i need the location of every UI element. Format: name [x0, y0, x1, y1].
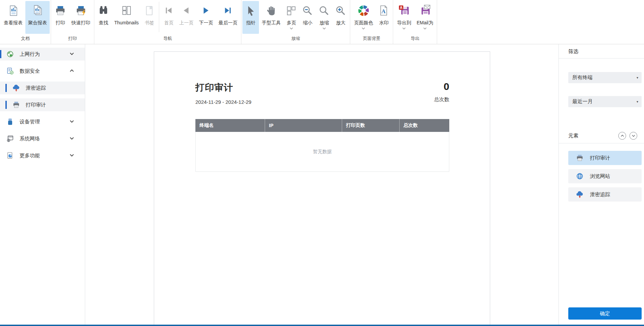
total-count-value: 0 [434, 82, 449, 92]
sidebar-item-more-features[interactable]: 更多功能 [0, 149, 85, 162]
element-item-label: 泄密追踪 [590, 191, 610, 198]
column-header-print-pages: 打印页数 [342, 119, 399, 132]
last-page-button[interactable]: 最后一页 [216, 1, 240, 34]
sidebar-item-label: 数据安全 [20, 68, 40, 74]
zoom-select-button[interactable]: 放缩 [316, 1, 332, 34]
usb-drive-icon [6, 118, 14, 126]
sidebar-item-device-management[interactable]: 设备管理 [0, 115, 85, 128]
sidebar-item-label: 系统网络 [20, 136, 40, 142]
button-label: 下一页 [199, 20, 213, 26]
view-report-button[interactable]: 查看报表 [1, 1, 25, 34]
terminal-filter-select[interactable]: 所有终端 ▾ [568, 72, 642, 83]
column-header-terminal-name: 终端名 [195, 119, 265, 132]
previous-page-icon [181, 3, 191, 18]
quick-print-icon [75, 3, 87, 18]
pointer-cursor-icon [245, 3, 256, 18]
aggregate-report-button[interactable]: 聚合报表 [25, 1, 50, 34]
svg-text:A: A [400, 6, 402, 9]
multi-page-button[interactable]: 多页 [283, 1, 299, 34]
bookmark-button[interactable]: 书签 [141, 1, 157, 34]
time-filter-select[interactable]: 最近一月 ▾ [568, 96, 642, 107]
report-viewport: 打印审计 2024-11-29 - 2024-12-29 0 总次数 终端名 [85, 44, 558, 325]
content-area: 上网行为 数据安全 泄密追踪 [0, 44, 644, 325]
button-label: 快速打印 [71, 20, 90, 26]
zoom-out-button[interactable]: 缩小 [299, 1, 316, 34]
sidebar-item-data-security[interactable]: 数据安全 [0, 65, 85, 77]
bookmark-icon [144, 3, 154, 18]
ribbon-toolbar: 查看报表 聚合报表 文档 打印 [0, 0, 644, 44]
total-count-label: 总次数 [434, 96, 449, 103]
elements-header: 元素 [559, 131, 644, 140]
sidebar-item-label: 打印审计 [26, 102, 46, 108]
column-header-ip: IP [265, 119, 342, 132]
element-item-print-audit[interactable]: 打印审计 [568, 151, 642, 165]
zoom-in-icon [335, 3, 346, 18]
page-color-icon [358, 3, 369, 18]
zoom-icon [318, 3, 330, 18]
sidebar-item-print-audit[interactable]: 打印审计 [0, 98, 85, 111]
prev-page-button[interactable]: 上一页 [176, 1, 196, 34]
ribbon-group-export: A 导出到 EMail为 导出 [393, 0, 437, 44]
first-page-icon [164, 3, 174, 18]
email-as-button[interactable]: EMail为 [414, 1, 436, 34]
ribbon-separator [159, 2, 159, 32]
ribbon-group-zoom: 指针 手型工具 多页 [241, 0, 350, 44]
ribbon-group-label: 文档 [0, 35, 51, 44]
element-move-up-button[interactable] [618, 132, 626, 140]
binoculars-icon [98, 3, 109, 18]
pointer-button[interactable]: 指针 [242, 1, 259, 34]
chevron-down-icon [70, 120, 74, 123]
button-label: 打印 [56, 20, 65, 26]
sidebar-item-leak-tracking[interactable]: 泄密追踪 [0, 82, 85, 94]
button-label: 导出到 [397, 20, 411, 26]
app-window: 查看报表 聚合报表 文档 打印 [0, 0, 644, 326]
button-label: 放缩 [319, 20, 329, 26]
selection-indicator-bar [0, 50, 1, 58]
button-label: 页面颜色 [354, 20, 373, 26]
zoom-in-button[interactable]: 放大 [332, 1, 349, 34]
caret-down-icon: ▾ [637, 100, 638, 103]
chevron-down-icon [70, 154, 74, 157]
zoom-out-icon [302, 3, 313, 18]
elements-title: 元素 [568, 133, 578, 139]
element-move-down-button[interactable] [629, 132, 637, 140]
chevron-down-icon [323, 27, 326, 29]
confirm-button[interactable]: 确定 [568, 307, 642, 320]
button-label: Thumbnails [114, 20, 139, 25]
button-label: 书签 [145, 20, 154, 26]
printer-icon [12, 101, 20, 109]
element-item-browse-website[interactable]: 浏览网站 [568, 169, 642, 183]
export-to-button[interactable]: A 导出到 [394, 1, 414, 34]
quick-print-button[interactable]: 快速打印 [69, 1, 93, 34]
chevron-down-icon [70, 52, 74, 55]
ribbon-group-navigation: 查找 Thumbnails 书签 [94, 0, 241, 44]
sidebar-item-system-network[interactable]: 系统网络 [0, 132, 85, 145]
thumbnails-button[interactable]: Thumbnails [112, 1, 141, 34]
next-page-button[interactable]: 下一页 [196, 1, 216, 34]
aggregate-report-icon [32, 3, 43, 18]
button-label: 放大 [336, 20, 345, 26]
element-item-leak-tracking[interactable]: 泄密追踪 [568, 187, 642, 202]
element-item-label: 浏览网站 [590, 173, 610, 180]
first-page-button[interactable]: 首页 [161, 1, 176, 34]
find-button[interactable]: 查找 [95, 1, 112, 34]
button-label: 首页 [164, 20, 173, 26]
watermark-button[interactable]: A 水印 [376, 1, 392, 34]
printer-icon [55, 3, 66, 18]
sidebar-item-internet-behavior[interactable]: 上网行为 [0, 48, 85, 61]
left-sidebar: 上网行为 数据安全 泄密追踪 [0, 44, 85, 325]
chevron-down-icon [423, 27, 427, 29]
button-label: 查找 [99, 20, 108, 26]
button-label: 水印 [379, 20, 388, 26]
chevron-down-icon [362, 27, 365, 29]
empty-state-text: 暂无数据 [195, 132, 449, 172]
ribbon-group-label: 导出 [393, 35, 437, 44]
button-label: 指针 [246, 20, 256, 26]
hand-tool-icon [266, 3, 277, 18]
chevron-down-icon [70, 137, 74, 140]
print-button[interactable]: 打印 [52, 1, 69, 34]
date-range: 2024-11-29 - 2024-12-29 [195, 99, 252, 105]
page-color-button[interactable]: 页面颜色 [351, 1, 376, 34]
hand-tool-button[interactable]: 手型工具 [259, 1, 283, 34]
svg-text:A: A [382, 8, 386, 15]
